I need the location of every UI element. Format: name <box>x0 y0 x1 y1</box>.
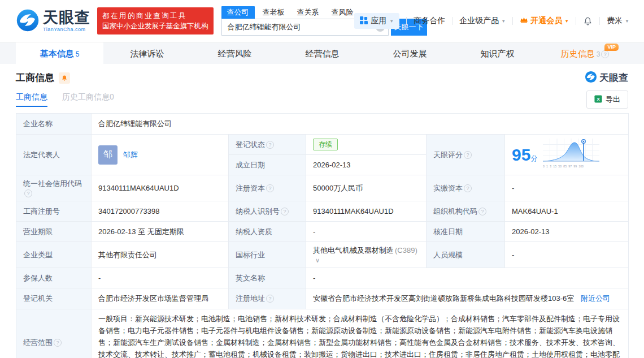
business-scope-value: 一般项目：新兴能源技术研发；电池制造；电池销售；新材料技术研发；合成材料制造（不… <box>92 309 629 358</box>
table-row: 登记机关 合肥市经济开发区市场监督管理局 注册地址? 安徽省合肥市经济技术开发区… <box>16 288 629 309</box>
table-row: 营业期限 2026-02-13 至 无固定期限 纳税人资质 - 核准日期 202… <box>16 222 629 242</box>
menu-business-cooperation[interactable]: 商务合作 <box>414 16 445 26</box>
promo-line-2: 国家中小企业发展子基金旗下机构 <box>102 21 208 31</box>
paid-capital-label-text: 实缴资本 <box>433 184 463 192</box>
legal-rep-cell: 邹 邹辉 <box>92 135 229 175</box>
subtab-business-info[interactable]: 工商信息 <box>16 92 47 107</box>
approval-date-value: 2026-02-13 <box>505 222 629 242</box>
help-icon[interactable]: ? <box>601 50 609 58</box>
user-menu[interactable]: 费米 ▼ <box>607 16 629 26</box>
header-menu: 应用 ▼ 商务合作 企业级产品 ▼ 开通会员 ▼ <box>354 0 629 42</box>
enterprise-product-label: 企业级产品 <box>459 16 499 26</box>
tab-legal-proceedings[interactable]: 法律诉讼 <box>103 42 191 64</box>
search-tab-company[interactable]: 查公司 <box>221 6 255 19</box>
help-icon[interactable]: ? <box>24 189 32 197</box>
reg-capital-label-text: 注册资本 <box>236 184 265 192</box>
expand-chevron-icon[interactable]: ∨ <box>315 257 320 264</box>
help-icon[interactable]: ? <box>54 339 62 347</box>
tab-legal-label: 法律诉讼 <box>130 49 164 58</box>
tab-history-label: 历史信息 <box>561 49 595 58</box>
company-nav-tabs: 基本信息5 法律诉讼 经营风险 经营信息 公司发展 知识产权 历史信息3? VI… <box>0 42 644 64</box>
reg-authority-label: 登记机关 <box>16 288 92 309</box>
reg-status-label: 登记状态? <box>229 135 306 155</box>
watermark-title: 天眼查 <box>599 71 628 84</box>
tab-company-development[interactable]: 公司发展 <box>366 42 454 64</box>
table-row: 参保人数 - 英文名称 - <box>16 268 629 288</box>
search-tab-relation[interactable]: 查关系 <box>297 6 319 19</box>
divider <box>406 17 407 25</box>
industry-label: 国标行业 <box>229 242 306 268</box>
menu-open-vip[interactable]: 开通会员 ▼ <box>520 16 569 26</box>
legal-rep-label: 法定代表人 <box>16 135 92 175</box>
help-icon[interactable]: ? <box>478 208 486 215</box>
chevron-down-icon: ▼ <box>625 19 629 24</box>
help-icon[interactable]: ? <box>464 151 472 159</box>
reg-address-value: 安徽省合肥市经济技术开发区高刘街道硕放路新桥集成电路科技园研发楼103-6室 附… <box>306 288 629 309</box>
search-tab-risk[interactable]: 查风险 <box>332 6 354 19</box>
help-icon[interactable]: ? <box>266 184 274 192</box>
chevron-down-icon: ▼ <box>501 19 506 24</box>
tab-basic-info[interactable]: 基本信息5 <box>16 42 103 64</box>
tab-history-info[interactable]: 历史信息3? VIP <box>541 42 629 64</box>
crown-icon <box>520 16 528 25</box>
legal-rep-link[interactable]: 邹辉 <box>123 150 138 160</box>
table-row: 法定代表人 邹 邹辉 登记状态? 存续 天眼评分? 95分 <box>16 135 629 155</box>
industry-name: 其他电气机械及器材制造 <box>313 246 394 255</box>
tab-intellectual-property[interactable]: 知识产权 <box>454 42 541 64</box>
export-button[interactable]: X 导出 <box>586 90 628 109</box>
reg-number-value: 340172000773398 <box>92 201 229 222</box>
search-tab-boss[interactable]: 查老板 <box>263 6 285 19</box>
tab-operating-info[interactable]: 经营信息 <box>279 42 366 64</box>
legal-rep-avatar[interactable]: 邹 <box>98 145 118 165</box>
staff-size-value: - <box>505 242 629 268</box>
score-label-text: 天眼评分 <box>433 150 463 159</box>
credit-code-label: 统一社会信用代码? <box>16 175 92 201</box>
export-label: 导出 <box>606 94 620 105</box>
logo-title: 天眼查 <box>43 10 90 25</box>
help-icon[interactable]: ? <box>266 295 274 303</box>
reg-status-value: 存续 <box>306 135 427 155</box>
table-row: 企业名称 合肥亿纬锂能有限公司 <box>16 114 629 135</box>
subtab-history-business-info[interactable]: 历史工商信息0 <box>62 92 114 107</box>
taxpayer-id-label: 纳税人识别号? <box>229 201 306 222</box>
divider <box>452 17 452 25</box>
credit-code-value: 91340111MAK64UAU1D <box>92 175 229 201</box>
insured-count-value: - <box>92 268 229 288</box>
org-code-value: MAK64UAU-1 <box>505 201 629 222</box>
tab-history-count: 3 <box>597 50 601 58</box>
score-chart: 0 1 3 15 50 85 97 99 100 <box>543 139 599 171</box>
svg-text:X: X <box>597 97 600 102</box>
english-name-value: - <box>306 268 629 288</box>
reg-address-label-text: 注册地址 <box>236 294 265 303</box>
section-title: 工商信息 <box>16 71 54 84</box>
score-value: 95 <box>512 145 530 164</box>
tab-operating-risk[interactable]: 经营风险 <box>191 42 279 64</box>
reg-address-text: 安徽省合肥市经济技术开发区高刘街道硕放路新桥集成电路科技园研发楼103-6室 <box>313 294 574 303</box>
org-code-label-text: 组织机构代码 <box>433 207 477 215</box>
tab-basic-info-count: 5 <box>76 50 80 58</box>
vip-badge: VIP <box>604 44 619 51</box>
tianyancha-logo[interactable]: 天眼查 TianYanCha.com <box>16 8 90 34</box>
watermark: 天眼查 <box>585 71 628 85</box>
status-badge: 存续 <box>313 139 338 150</box>
nearby-companies-link[interactable]: 附近公司 <box>581 294 610 303</box>
business-info-table: 企业名称 合肥亿纬锂能有限公司 法定代表人 邹 邹辉 登记状态? 存续 天眼评分… <box>16 113 629 358</box>
notification-bell[interactable] <box>583 16 593 26</box>
score-label: 天眼评分? <box>427 135 505 175</box>
apps-menu[interactable]: 应用 ▼ <box>354 13 399 29</box>
reg-address-label: 注册地址? <box>229 288 306 309</box>
english-name-label: 英文名称 <box>229 268 306 288</box>
menu-enterprise-product[interactable]: 企业级产品 ▼ <box>459 16 506 26</box>
approval-date-label: 核准日期 <box>427 222 505 242</box>
divider <box>599 17 600 25</box>
taxpayer-id-label-text: 纳税人识别号 <box>236 207 280 215</box>
tab-risk-label: 经营风险 <box>218 49 252 58</box>
subscribe-bell-icon[interactable] <box>59 72 70 84</box>
paid-capital-value: - <box>505 175 629 201</box>
help-icon[interactable]: ? <box>281 208 289 215</box>
help-icon[interactable]: ? <box>266 141 274 149</box>
table-row: 统一社会信用代码? 91340111MAK64UAU1D 注册资本? 50000… <box>16 175 629 201</box>
taxpayer-id-value: 91340111MAK64UAU1D <box>306 201 427 222</box>
help-icon[interactable]: ? <box>464 184 472 192</box>
apps-label: 应用 <box>371 16 386 26</box>
